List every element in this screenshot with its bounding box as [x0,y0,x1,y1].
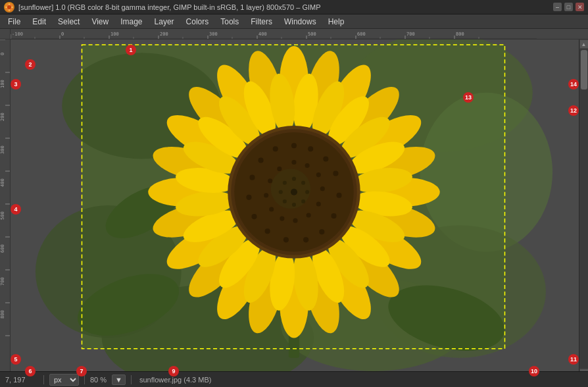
svg-point-142 [269,207,274,211]
annotation-14: 14 [568,79,579,90]
annotation-10: 10 [529,366,539,376]
svg-text:700: 700 [0,277,5,286]
menu-edit[interactable]: Edit [27,16,51,28]
menu-windows[interactable]: Windows [279,16,322,28]
menu-file[interactable]: File [3,16,26,28]
svg-text:0: 0 [61,32,64,37]
separator-1 [43,375,44,384]
window-controls: – □ ✕ [553,3,584,11]
menu-filters[interactable]: Filters [245,16,278,28]
title-bar: [sunflower] 1.0 (RGB color 8-bit gamma i… [0,0,588,14]
svg-point-139 [306,213,311,218]
menu-tools[interactable]: Tools [215,16,244,28]
scroll-up-button[interactable]: ▲ [579,39,589,49]
svg-point-140 [293,219,297,223]
svg-point-134 [291,160,296,165]
svg-point-145 [277,167,282,171]
app-icon [4,2,14,13]
svg-point-130 [246,195,251,200]
canvas-main[interactable]: 1 2 3 4 5 6 7 9 10 11 12 13 14 [11,39,579,378]
svg-text:300: 300 [209,32,218,37]
horizontal-ruler: -100 0 100 200 300 400 500 [11,29,588,39]
vertical-ruler: 0 100 200 300 400 500 600 [0,39,11,378]
svg-point-155 [271,169,310,209]
menu-layer[interactable]: Layer [149,16,180,28]
zoom-level: 80 % [90,376,107,384]
unit-selector[interactable]: px mm in [49,374,79,386]
svg-point-1 [7,5,11,9]
svg-point-137 [320,186,325,191]
annotation-5: 5 [11,354,21,365]
annotation-2: 2 [25,59,36,70]
menu-select[interactable]: Select [53,16,85,28]
svg-point-135 [305,163,310,168]
svg-text:-100: -100 [12,32,23,37]
svg-point-129 [251,214,257,219]
svg-text:800: 800 [456,32,464,37]
annotation-13: 13 [463,92,474,103]
menu-bar: File Edit Select View Image Layer Colors… [0,14,588,29]
svg-text:600: 600 [0,244,5,253]
svg-point-132 [258,157,264,163]
title-bar-left: [sunflower] 1.0 (RGB color 8-bit gamma i… [4,2,321,13]
annotation-4: 4 [11,204,21,215]
svg-point-124 [331,213,336,219]
svg-point-120 [308,146,313,151]
svg-point-125 [319,229,324,234]
svg-rect-2 [11,29,588,39]
svg-point-119 [291,143,297,148]
svg-point-121 [323,156,328,161]
svg-point-138 [316,201,321,206]
h-ruler-row: -100 0 100 200 300 400 500 [0,29,588,39]
svg-text:100: 100 [0,80,5,88]
separator-2 [84,375,85,384]
annotation-3: 3 [11,79,21,90]
svg-text:500: 500 [0,211,5,220]
svg-text:0: 0 [0,53,5,55]
svg-point-131 [249,175,255,180]
cursor-coordinates: 7, 197 [5,376,38,384]
right-scrollbar: ▲ ▼ [579,39,588,378]
file-info: sunflower.jpg (4.3 MB) [139,376,211,384]
svg-text:700: 700 [406,32,415,37]
menu-image[interactable]: Image [115,16,147,28]
annotation-11: 11 [568,354,579,365]
annotation-12: 12 [568,105,579,116]
svg-text:200: 200 [160,32,168,37]
svg-point-127 [283,237,289,242]
svg-point-133 [273,146,278,151]
svg-text:500: 500 [308,32,316,37]
svg-text:100: 100 [110,32,119,37]
svg-point-128 [265,228,270,234]
svg-point-136 [316,172,321,177]
svg-point-123 [336,193,341,198]
menu-colors[interactable]: Colors [181,16,214,28]
annotation-9: 9 [168,366,179,376]
svg-text:400: 400 [258,32,267,37]
ruler-corner [0,29,11,39]
svg-point-122 [333,171,338,176]
annotation-6: 6 [25,366,36,376]
close-button[interactable]: ✕ [576,3,584,11]
svg-point-143 [264,193,268,197]
title-text: [sunflower] 1.0 (RGB color 8-bit gamma i… [18,3,321,11]
menu-help[interactable]: Help [323,16,350,28]
svg-text:200: 200 [0,113,5,121]
svg-point-141 [280,217,284,221]
menu-view[interactable]: View [86,16,114,28]
svg-text:600: 600 [357,32,366,37]
annotation-1: 1 [126,45,136,55]
zoom-dropdown-button[interactable]: ▼ [112,374,126,385]
status-bar: 7, 197 px mm in 80 % ▼ sunflower.jpg (4.… [0,371,588,387]
separator-3 [131,375,132,384]
svg-point-126 [303,237,308,242]
maximize-button[interactable]: □ [564,3,573,11]
annotation-7: 7 [76,366,87,376]
svg-text:800: 800 [0,310,5,319]
svg-text:400: 400 [0,178,5,187]
canvas-scroll-area: 0 100 200 300 400 500 600 [0,39,588,378]
svg-text:300: 300 [0,145,5,154]
minimize-button[interactable]: – [553,3,562,11]
svg-point-144 [268,178,272,183]
